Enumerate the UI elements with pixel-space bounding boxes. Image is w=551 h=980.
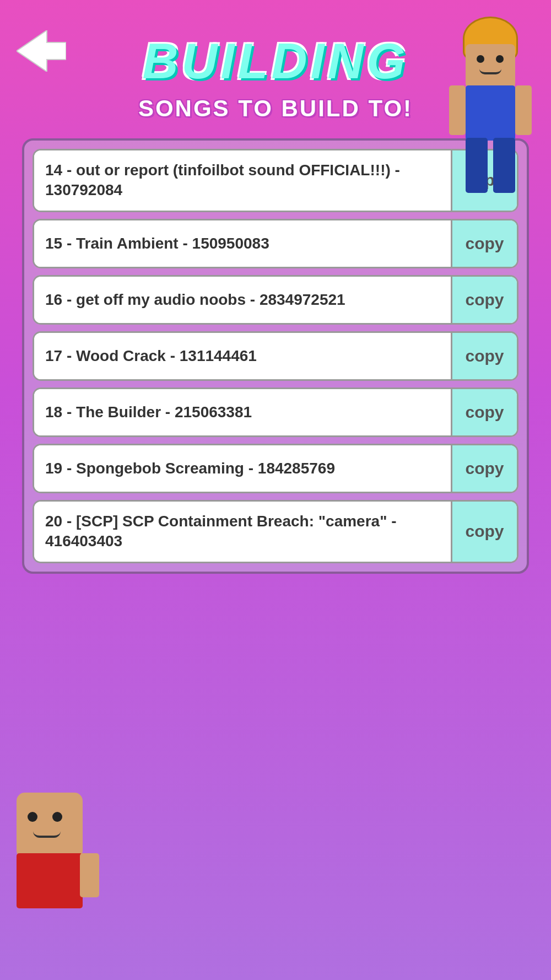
char-leg-right xyxy=(493,138,515,193)
char-left-arm xyxy=(80,853,99,897)
song-text-20: 20 - [SCP] SCP Containment Breach: "came… xyxy=(34,502,451,562)
char-body xyxy=(466,85,515,141)
song-row-16: 16 - get off my audio noobs - 2834972521… xyxy=(33,275,518,325)
copy-button-18[interactable]: copy xyxy=(451,389,517,435)
char-smile xyxy=(479,69,501,74)
song-text-19: 19 - Spongebob Screaming - 184285769 xyxy=(34,445,451,492)
song-text-15: 15 - Train Ambient - 150950083 xyxy=(34,220,451,267)
page-title: BUILDING xyxy=(143,33,409,90)
svg-marker-0 xyxy=(17,30,66,72)
char-left-mouth xyxy=(33,831,61,838)
song-text-14: 14 - out or report (tinfoilbot sound OFF… xyxy=(34,150,451,211)
song-row-15: 15 - Train Ambient - 150950083copy xyxy=(33,219,518,268)
song-row-18: 18 - The Builder - 215063381copy xyxy=(33,387,518,437)
char-left-head xyxy=(17,793,83,859)
character-right-body xyxy=(441,11,540,209)
copy-button-19[interactable]: copy xyxy=(451,445,517,492)
copy-button-15[interactable]: copy xyxy=(451,220,517,267)
song-row-17: 17 - Wood Crack - 131144461copy xyxy=(33,331,518,381)
char-left-body xyxy=(17,853,83,908)
song-text-18: 18 - The Builder - 215063381 xyxy=(34,389,451,435)
song-row-20: 20 - [SCP] SCP Containment Breach: "came… xyxy=(33,500,518,563)
song-text-16: 16 - get off my audio noobs - 2834972521 xyxy=(34,277,451,323)
character-left xyxy=(0,793,99,936)
char-eye-left xyxy=(477,55,484,63)
char-eye-right xyxy=(496,55,504,63)
copy-button-17[interactable]: copy xyxy=(451,333,517,379)
song-row-19: 19 - Spongebob Screaming - 184285769copy xyxy=(33,444,518,493)
copy-button-20[interactable]: copy xyxy=(451,502,517,562)
char-arm-left xyxy=(449,85,466,135)
character-right xyxy=(441,11,551,220)
char-head xyxy=(466,44,515,88)
char-leg-left xyxy=(466,138,488,193)
char-left-eye-r xyxy=(52,812,62,822)
copy-button-16[interactable]: copy xyxy=(451,277,517,323)
char-left-eye-l xyxy=(28,812,37,822)
back-button[interactable] xyxy=(17,30,66,72)
song-text-17: 17 - Wood Crack - 131144461 xyxy=(34,333,451,379)
char-arm-right xyxy=(515,85,532,135)
